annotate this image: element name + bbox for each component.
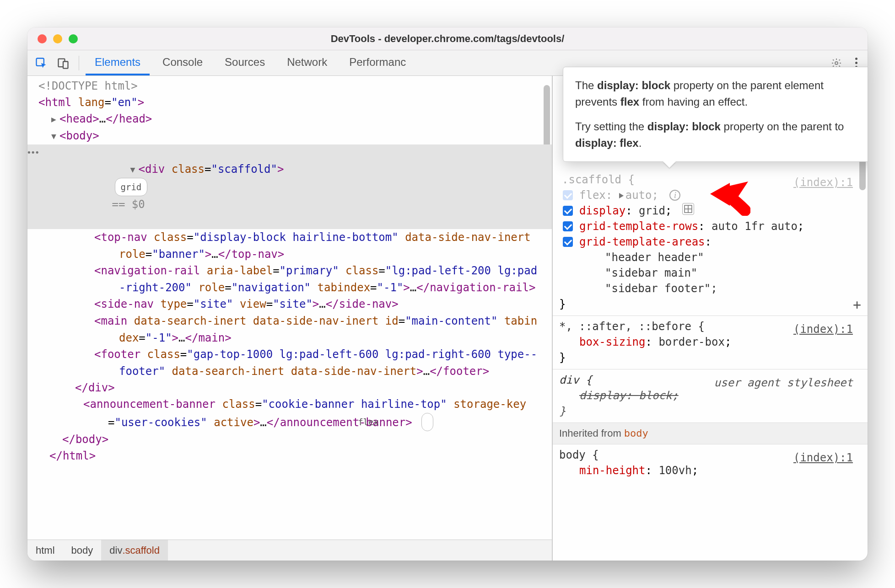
svg-rect-2 [63,61,68,68]
crumb-body[interactable]: body [63,540,102,561]
rule-selector[interactable]: .scaffold { [559,173,635,186]
checkbox[interactable] [563,206,573,216]
tab-performance[interactable]: Performanc [340,50,415,75]
decl-boxsizing[interactable]: box-sizing: border-box; [559,334,861,350]
window-title: DevTools - developer.chrome.com/tags/dev… [27,33,868,45]
gta-line3[interactable]: "sidebar footer"; [559,281,861,296]
info-icon[interactable]: i [669,190,680,201]
expand-icon[interactable]: ▶ [75,396,83,413]
gta-line2[interactable]: "sidebar main" [559,265,861,281]
expand-icon[interactable]: ▶ [51,111,59,128]
inherited-from-element[interactable]: body [624,428,648,439]
collapse-icon[interactable]: ▼ [130,161,139,178]
tooltip-paragraph-2: Try setting the display: block property … [575,118,867,151]
dom-node-topnav[interactable]: ▶<top-nav class="display-block hairline-… [27,229,552,262]
gta-line1[interactable]: "header header" [559,250,861,265]
expand-shorthand-icon[interactable] [619,193,624,198]
expand-icon[interactable]: ▶ [86,347,94,363]
toolbar-separator [79,56,79,70]
checkbox[interactable] [563,237,573,247]
inactive-property-tooltip: The display: block property on the paren… [563,67,868,162]
tab-network[interactable]: Network [278,50,336,75]
expand-icon[interactable]: ▶ [86,296,94,313]
rule-source-label: user agent stylesheet [714,375,853,390]
rule-selector[interactable]: *, ::after, ::before { [559,320,705,333]
inherited-from-header: Inherited from body [553,423,868,444]
eq0-indicator: == $0 [112,198,145,211]
rule-close: } [559,403,861,419]
rule-close: } [559,296,861,312]
tooltip-paragraph-1: The display: block property on the paren… [575,77,867,110]
expand-icon[interactable]: ▶ [86,263,94,279]
window-maximize-button[interactable] [69,34,78,43]
dom-node-footer[interactable]: ▶<footer class="gap-top-1000 lg:pad-left… [27,346,552,380]
device-toggle-icon[interactable] [54,54,72,72]
checkbox[interactable] [563,190,573,200]
dom-node-banner[interactable]: ▶<announcement-banner class="cookie-bann… [27,396,552,431]
checkbox[interactable] [563,221,573,231]
inspect-element-icon[interactable] [32,54,50,72]
crumb-selected[interactable]: div.scaffold [101,540,168,561]
titlebar: DevTools - developer.chrome.com/tags/dev… [27,27,868,50]
tab-console[interactable]: Console [153,50,212,75]
grid-overlay-icon[interactable] [682,203,694,215]
tab-sources[interactable]: Sources [216,50,274,75]
decl-gtr[interactable]: grid-template-rows: auto 1fr auto; [559,219,861,234]
expand-icon[interactable]: ▶ [86,313,94,330]
crumb-cls: .scaffold [122,545,160,556]
tab-elements[interactable]: Elements [86,50,150,75]
breadcrumb: html body div.scaffold [27,540,552,561]
rule-div-ua[interactable]: div { user agent stylesheet display: blo… [553,369,868,423]
rule-body[interactable]: body { (index):1 min-height: 100vh; [553,444,868,482]
rule-universal[interactable]: *, ::after, ::before { (index):1 box-siz… [553,316,868,369]
dom-node-navrail[interactable]: ▶<navigation-rail aria-label="primary" c… [27,262,552,296]
window-minimize-button[interactable] [53,34,62,43]
rule-selector[interactable]: body { [559,449,599,461]
flex-badge[interactable]: flex [421,413,433,431]
grid-badge[interactable]: grid [115,178,148,196]
window-close-button[interactable] [38,34,47,43]
rule-selector[interactable]: div { [559,374,592,386]
expand-icon[interactable]: ▶ [86,230,94,246]
add-declaration-button[interactable]: + [853,297,861,313]
traffic-lights [27,34,78,43]
crumb-html[interactable]: html [27,540,63,561]
rule-source-link[interactable]: (index):1 [793,450,853,465]
annotation-arrow-icon [705,175,750,216]
dom-tree[interactable]: <!DOCTYPE html> <html lang="en"> ▶<head>… [27,76,552,540]
svg-point-3 [835,62,838,64]
dom-node-sidenav[interactable]: ▶<side-nav type="site" view="site">…</si… [27,296,552,313]
decl-gta[interactable]: grid-template-areas: [559,234,861,250]
collapse-icon[interactable]: ▼ [51,128,59,144]
dom-doctype[interactable]: <!DOCTYPE html> [38,80,138,92]
devtools-window: DevTools - developer.chrome.com/tags/dev… [27,27,868,561]
crumb-el: div [109,545,122,556]
dom-selected-node[interactable]: ▼<div class="scaffold"> grid == $0 [27,144,552,229]
rule-close: } [559,350,861,365]
dom-node-main[interactable]: ▶<main data-search-inert data-side-nav-i… [27,313,552,346]
elements-dom-pane: <!DOCTYPE html> <html lang="en"> ▶<head>… [27,76,553,561]
